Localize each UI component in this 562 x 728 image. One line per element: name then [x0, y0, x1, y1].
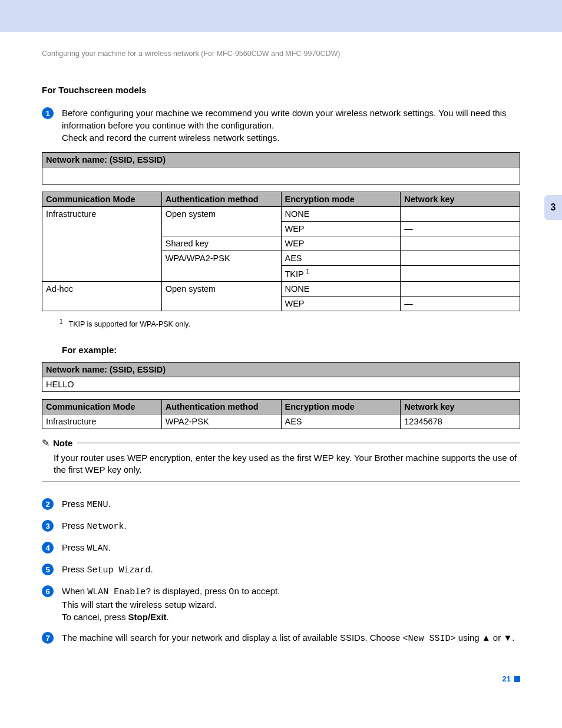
col-key-ex: Network key	[401, 399, 520, 414]
step-3: 3 Press Network.	[42, 519, 520, 533]
ssid-blank-cell	[42, 167, 520, 185]
cell: Open system	[161, 281, 281, 311]
down-arrow-icon: ▼	[503, 633, 512, 643]
cell: —	[401, 296, 520, 311]
up-arrow-icon: ▲	[482, 633, 491, 643]
step-1: 1 Before configuring your machine we rec…	[42, 107, 520, 144]
for-example-heading: For example:	[62, 345, 520, 355]
stop-exit-label: Stop/Exit	[128, 612, 167, 622]
cell: WPA/WPA2-PSK	[161, 251, 281, 282]
settings-table-blank: Communication Mode Authentication method…	[42, 192, 520, 311]
step1-text1: Before configuring your machine we recom…	[62, 108, 507, 130]
cell-tkip: TKIP 1	[281, 266, 401, 282]
note-icon: ✎	[42, 437, 49, 449]
setup-wizard-label: Setup Wizard	[87, 565, 151, 575]
cell	[401, 236, 520, 251]
step-2: 2 Press MENU.	[42, 498, 520, 511]
step1-text2: Check and record the current wireless ne…	[62, 133, 279, 143]
breadcrumb: Configuring your machine for a wireless …	[42, 50, 520, 58]
settings-table-example: Communication Mode Authentication method…	[42, 399, 520, 429]
cell: WEP	[281, 222, 401, 236]
step-number-7: 7	[42, 632, 54, 644]
step-7: 7 The machine will search for your netwo…	[42, 631, 520, 645]
cell: NONE	[281, 281, 401, 296]
cell: AES	[281, 251, 401, 266]
cell: Ad-hoc	[42, 281, 162, 311]
note-block: ✎ Note If your router uses WEP encryptio…	[42, 437, 520, 483]
cell	[401, 251, 520, 266]
network-button-label: Network	[87, 522, 124, 532]
ssid-header: Network name: (SSID, ESSID)	[42, 153, 520, 167]
cell: Infrastructure	[42, 414, 162, 429]
ssid-table-example: Network name: (SSID, ESSID) HELLO	[42, 362, 520, 392]
step-5: 5 Press Setup Wizard.	[42, 563, 520, 577]
menu-button-label: MENU	[87, 500, 108, 510]
step-number-6: 6	[42, 585, 54, 597]
cell	[401, 207, 520, 222]
wlan-enable-label: WLAN Enable?	[87, 587, 151, 597]
cell: Open system	[161, 207, 281, 236]
page-content: Configuring your machine for a wireless …	[42, 32, 520, 683]
top-band	[0, 0, 562, 32]
step-number-2: 2	[42, 498, 54, 510]
cell: AES	[281, 414, 401, 429]
cell: —	[401, 222, 520, 236]
cell: WEP	[281, 296, 401, 311]
note-label: Note	[53, 438, 72, 448]
footnote-1: 1TKIP is supported for WPA-PSK only.	[59, 318, 520, 328]
col-comm-mode: Communication Mode	[42, 192, 162, 207]
step-number-5: 5	[42, 564, 54, 575]
page-number: 21	[503, 674, 511, 683]
col-key: Network key	[401, 192, 520, 207]
col-auth: Authentication method	[161, 192, 281, 207]
note-rule-top	[77, 443, 520, 443]
ssid-value-ex: HELLO	[42, 377, 520, 391]
page-tick-icon	[514, 676, 520, 682]
ssid-header-ex: Network name: (SSID, ESSID)	[42, 362, 520, 377]
heading-touchscreen: For Touchscreen models	[42, 85, 520, 95]
cell: Shared key	[161, 236, 281, 251]
on-label: On	[229, 587, 239, 597]
step6-line2: This will start the wireless setup wizar…	[62, 599, 217, 610]
note-text: If your router uses WEP encryption, ente…	[54, 452, 520, 476]
cell: 12345678	[401, 414, 520, 429]
wlan-button-label: WLAN	[87, 543, 108, 554]
step-number-3: 3	[42, 520, 54, 532]
cell: WEP	[281, 236, 401, 251]
cell	[401, 281, 520, 296]
step-4: 4 Press WLAN.	[42, 541, 520, 555]
step-6: 6 When WLAN Enable? is displayed, press …	[42, 585, 520, 623]
new-ssid-label: <New SSID>	[403, 634, 456, 644]
col-comm-mode-ex: Communication Mode	[42, 399, 162, 414]
chapter-tab: 3	[544, 195, 562, 220]
cell: NONE	[281, 207, 401, 222]
col-auth-ex: Authentication method	[161, 399, 281, 414]
col-enc: Encryption mode	[281, 192, 401, 207]
cell: WPA2-PSK	[161, 414, 281, 429]
note-rule-bottom	[42, 482, 520, 482]
page-number-wrap: 21	[42, 674, 520, 683]
step-number-1: 1	[42, 107, 54, 119]
col-enc-ex: Encryption mode	[281, 399, 401, 414]
cell	[401, 266, 520, 282]
step-number-4: 4	[42, 542, 54, 554]
ssid-table-blank: Network name: (SSID, ESSID)	[42, 152, 520, 185]
cell: Infrastructure	[42, 207, 162, 282]
